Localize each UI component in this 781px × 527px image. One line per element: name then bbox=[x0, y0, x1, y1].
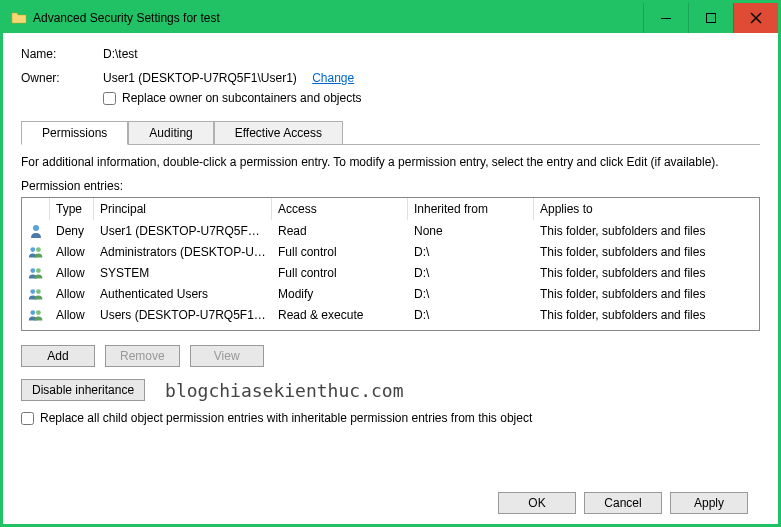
row-icon bbox=[22, 307, 50, 323]
row-access: Modify bbox=[272, 287, 408, 301]
col-icon[interactable] bbox=[22, 198, 50, 220]
row-inherited: D:\ bbox=[408, 287, 534, 301]
replace-all-row: Replace all child object permission entr… bbox=[21, 411, 760, 425]
svg-point-8 bbox=[36, 310, 41, 315]
content-area: Name: D:\test Owner: User1 (DESKTOP-U7RQ… bbox=[3, 33, 778, 524]
row-principal: Administrators (DESKTOP-U7... bbox=[94, 245, 272, 259]
owner-value: User1 (DESKTOP-U7RQ5F1\User1) bbox=[103, 71, 297, 85]
entries-label: Permission entries: bbox=[21, 179, 760, 193]
row-icon bbox=[22, 265, 50, 281]
tab-effective-access[interactable]: Effective Access bbox=[214, 121, 343, 145]
row-applies: This folder, subfolders and files bbox=[534, 266, 759, 280]
replace-owner-row: Replace owner on subcontainers and objec… bbox=[103, 91, 361, 105]
table-row[interactable]: AllowUsers (DESKTOP-U7RQ5F1\Us...Read & … bbox=[22, 304, 759, 325]
row-inherited: D:\ bbox=[408, 266, 534, 280]
disable-inheritance-button[interactable]: Disable inheritance bbox=[21, 379, 145, 401]
col-inherited[interactable]: Inherited from bbox=[408, 198, 534, 220]
minimize-button[interactable] bbox=[643, 3, 688, 33]
owner-row: Owner: User1 (DESKTOP-U7RQ5F1\User1) Cha… bbox=[21, 71, 760, 105]
window-controls bbox=[643, 3, 778, 33]
row-applies: This folder, subfolders and files bbox=[534, 308, 759, 322]
svg-point-2 bbox=[36, 247, 41, 252]
svg-point-4 bbox=[36, 268, 41, 273]
row-principal: Users (DESKTOP-U7RQ5F1\Us... bbox=[94, 308, 272, 322]
tab-strip: Permissions Auditing Effective Access bbox=[21, 121, 760, 145]
row-principal: User1 (DESKTOP-U7RQ5F1\Us... bbox=[94, 224, 272, 238]
apply-button[interactable]: Apply bbox=[670, 492, 748, 514]
user-icon bbox=[28, 223, 44, 239]
col-access[interactable]: Access bbox=[272, 198, 408, 220]
group-icon bbox=[28, 244, 44, 260]
replace-owner-label: Replace owner on subcontainers and objec… bbox=[122, 91, 361, 105]
svg-point-6 bbox=[36, 289, 41, 294]
svg-point-5 bbox=[30, 289, 35, 294]
titlebar: Advanced Security Settings for test bbox=[3, 3, 778, 33]
ok-button[interactable]: OK bbox=[498, 492, 576, 514]
row-inherited: D:\ bbox=[408, 245, 534, 259]
row-access: Read & execute bbox=[272, 308, 408, 322]
row-inherited: D:\ bbox=[408, 308, 534, 322]
permission-table: Type Principal Access Inherited from App… bbox=[21, 197, 760, 331]
close-button[interactable] bbox=[733, 3, 778, 33]
table-row[interactable]: AllowSYSTEMFull controlD:\This folder, s… bbox=[22, 262, 759, 283]
svg-point-3 bbox=[30, 268, 35, 273]
svg-point-7 bbox=[30, 310, 35, 315]
table-row[interactable]: DenyUser1 (DESKTOP-U7RQ5F1\Us...ReadNone… bbox=[22, 220, 759, 241]
svg-point-1 bbox=[30, 247, 35, 252]
replace-all-label: Replace all child object permission entr… bbox=[40, 411, 532, 425]
name-row: Name: D:\test bbox=[21, 47, 760, 61]
row-applies: This folder, subfolders and files bbox=[534, 287, 759, 301]
row-access: Full control bbox=[272, 245, 408, 259]
row-icon bbox=[22, 244, 50, 260]
owner-value-group: User1 (DESKTOP-U7RQ5F1\User1) Change Rep… bbox=[103, 71, 361, 105]
row-icon bbox=[22, 223, 50, 239]
row-inherited: None bbox=[408, 224, 534, 238]
row-applies: This folder, subfolders and files bbox=[534, 224, 759, 238]
cancel-button[interactable]: Cancel bbox=[584, 492, 662, 514]
row-type: Allow bbox=[50, 266, 94, 280]
tab-auditing[interactable]: Auditing bbox=[128, 121, 213, 145]
tab-permissions[interactable]: Permissions bbox=[21, 121, 128, 145]
name-value: D:\test bbox=[103, 47, 138, 61]
table-header: Type Principal Access Inherited from App… bbox=[22, 198, 759, 220]
row-access: Full control bbox=[272, 266, 408, 280]
col-type[interactable]: Type bbox=[50, 198, 94, 220]
change-link[interactable]: Change bbox=[312, 71, 354, 85]
row-type: Allow bbox=[50, 245, 94, 259]
group-icon bbox=[28, 265, 44, 281]
disable-row: Disable inheritance blogchiasekienthuc.c… bbox=[21, 379, 760, 401]
svg-point-0 bbox=[33, 225, 39, 231]
row-type: Allow bbox=[50, 287, 94, 301]
maximize-button[interactable] bbox=[688, 3, 733, 33]
info-text: For additional information, double-click… bbox=[21, 155, 760, 169]
replace-all-checkbox[interactable] bbox=[21, 412, 34, 425]
view-button[interactable]: View bbox=[190, 345, 264, 367]
owner-label: Owner: bbox=[21, 71, 103, 85]
row-type: Allow bbox=[50, 308, 94, 322]
col-applies[interactable]: Applies to bbox=[534, 198, 759, 220]
entry-buttons: Add Remove View bbox=[21, 345, 760, 367]
watermark: blogchiasekienthuc.com bbox=[165, 380, 403, 401]
remove-button[interactable]: Remove bbox=[105, 345, 180, 367]
row-applies: This folder, subfolders and files bbox=[534, 245, 759, 259]
row-icon bbox=[22, 286, 50, 302]
col-principal[interactable]: Principal bbox=[94, 198, 272, 220]
row-principal: Authenticated Users bbox=[94, 287, 272, 301]
folder-icon bbox=[11, 10, 27, 26]
footer-buttons: OK Cancel Apply bbox=[21, 482, 760, 524]
table-row[interactable]: AllowAdministrators (DESKTOP-U7...Full c… bbox=[22, 241, 759, 262]
group-icon bbox=[28, 286, 44, 302]
add-button[interactable]: Add bbox=[21, 345, 95, 367]
close-icon bbox=[750, 12, 762, 24]
tab-content: For additional information, double-click… bbox=[21, 145, 760, 482]
group-icon bbox=[28, 307, 44, 323]
dialog-window: Advanced Security Settings for test Name… bbox=[0, 0, 781, 527]
table-row[interactable]: AllowAuthenticated UsersModifyD:\This fo… bbox=[22, 283, 759, 304]
window-title: Advanced Security Settings for test bbox=[33, 11, 643, 25]
name-label: Name: bbox=[21, 47, 103, 61]
table-body: DenyUser1 (DESKTOP-U7RQ5F1\Us...ReadNone… bbox=[22, 220, 759, 330]
replace-owner-checkbox[interactable] bbox=[103, 92, 116, 105]
row-access: Read bbox=[272, 224, 408, 238]
row-principal: SYSTEM bbox=[94, 266, 272, 280]
row-type: Deny bbox=[50, 224, 94, 238]
